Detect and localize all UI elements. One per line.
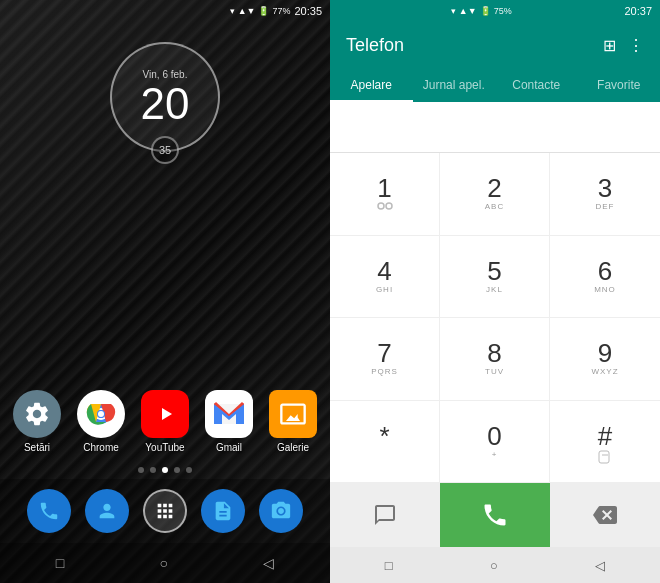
nav-recents-btn[interactable]: ◁ [251, 551, 286, 575]
dock-docs[interactable] [201, 489, 245, 533]
svg-point-4 [98, 411, 104, 417]
clock-time: 20:35 [294, 5, 322, 17]
phone-dialer: ▾ ▲▼ 🔋 75% 20:37 Telefon ⊞ ⋮ Apelare Jur… [330, 0, 660, 583]
key-2[interactable]: 2 ABC [440, 153, 550, 236]
app-icons-row: Setări Chrome [0, 382, 330, 461]
galerie-icon [269, 390, 317, 438]
signal-icon: ▲▼ [238, 6, 256, 16]
delete-button[interactable] [550, 483, 660, 547]
dialer-tabs: Apelare Jurnal apel. Contacte Favorite [330, 68, 660, 102]
dialer-actions [330, 483, 660, 547]
key-3[interactable]: 3 DEF [550, 153, 660, 236]
app-bar-icons: ⊞ ⋮ [603, 36, 644, 55]
clock-widget: Vin, 6 feb. 20 35 [0, 42, 330, 152]
key-1[interactable]: 1 [330, 153, 440, 236]
status-bar-left: ▾ ▲▼ 🔋 77% 20:35 [0, 0, 330, 22]
svg-point-9 [386, 203, 392, 209]
nav-circle-right[interactable]: ○ [478, 554, 510, 577]
key-8[interactable]: 8 TUV [440, 318, 550, 401]
dot-4[interactable] [174, 467, 180, 473]
sms-button[interactable] [330, 483, 440, 547]
youtube-icon [141, 390, 189, 438]
dot-2[interactable] [150, 467, 156, 473]
battery-percent: 77% [272, 6, 290, 16]
call-button[interactable] [440, 483, 550, 547]
key-star[interactable]: * [330, 401, 440, 484]
setari-label: Setări [24, 442, 50, 453]
wifi-icon: ▾ [230, 6, 235, 16]
tab-contacte[interactable]: Contacte [495, 68, 578, 102]
dock-camera[interactable] [259, 489, 303, 533]
app-icon-chrome[interactable]: Chrome [77, 390, 125, 453]
status-icons: ▾ ▲▼ 🔋 77% [230, 6, 291, 16]
key-7[interactable]: 7 PQRS [330, 318, 440, 401]
youtube-label: YouTube [145, 442, 184, 453]
battery-right: 🔋 [480, 6, 491, 16]
key-4[interactable]: 4 GHI [330, 236, 440, 319]
dock [0, 479, 330, 543]
dot-5[interactable] [186, 467, 192, 473]
clock-circle: Vin, 6 feb. 20 35 [110, 42, 220, 152]
tab-favorite[interactable]: Favorite [578, 68, 661, 102]
app-icon-gmail[interactable]: Gmail [205, 390, 253, 453]
keypad: 1 2 ABC 3 DEF 4 GHI 5 JKL 6 MNO 7 P [330, 152, 660, 483]
wifi-icon-right: ▾ [451, 6, 456, 16]
nav-home-btn[interactable]: □ [44, 551, 76, 575]
dot-3-active[interactable] [162, 467, 168, 473]
key-hash[interactable]: # [550, 401, 660, 484]
clock-time-right: 20:37 [624, 5, 652, 17]
key-9[interactable]: 9 WXYZ [550, 318, 660, 401]
clock-hour: 20 [141, 82, 190, 126]
svg-rect-10 [599, 451, 609, 463]
clock-minutes: 35 [151, 136, 179, 164]
page-dots [0, 461, 330, 479]
app-icon-setari[interactable]: Setări [13, 390, 61, 453]
signal-icon-right: ▲▼ [459, 6, 477, 16]
tab-jurnal[interactable]: Jurnal apel. [413, 68, 496, 102]
app-icon-youtube[interactable]: YouTube [141, 390, 189, 453]
battery-icon: 🔋 [258, 6, 269, 16]
app-title: Telefon [346, 35, 404, 56]
dot-1[interactable] [138, 467, 144, 473]
nav-triangle-right[interactable]: ◁ [583, 554, 617, 577]
clock-date: Vin, 6 feb. [143, 69, 188, 80]
tab-apelare[interactable]: Apelare [330, 68, 413, 102]
app-bar: Telefon ⊞ ⋮ [330, 22, 660, 68]
nav-bar-right: □ ○ ◁ [330, 547, 660, 583]
dialer-display [330, 102, 660, 152]
keypad-icon[interactable]: ⊞ [603, 36, 616, 55]
status-icons-right: ▾ ▲▼ 🔋 75% [451, 6, 512, 16]
overflow-menu-icon[interactable]: ⋮ [628, 36, 644, 55]
key-0[interactable]: 0 + [440, 401, 550, 484]
battery-pct-right: 75% [494, 6, 512, 16]
app-icon-galerie[interactable]: Galerie [269, 390, 317, 453]
home-screen: ▾ ▲▼ 🔋 77% 20:35 Vin, 6 feb. 20 35 Setăr… [0, 0, 330, 583]
galerie-label: Galerie [277, 442, 309, 453]
nav-bar-left: □ ○ ◁ [0, 543, 330, 583]
chrome-icon [77, 390, 125, 438]
dock-phone[interactable] [27, 489, 71, 533]
chrome-label: Chrome [83, 442, 119, 453]
key-6[interactable]: 6 MNO [550, 236, 660, 319]
dock-contacts[interactable] [85, 489, 129, 533]
svg-point-8 [378, 203, 384, 209]
gmail-icon [205, 390, 253, 438]
setari-icon [13, 390, 61, 438]
dock-apps[interactable] [143, 489, 187, 533]
status-bar-right: ▾ ▲▼ 🔋 75% 20:37 [330, 0, 660, 22]
nav-back-btn[interactable]: ○ [147, 551, 179, 575]
nav-square-right[interactable]: □ [373, 554, 405, 577]
gmail-label: Gmail [216, 442, 242, 453]
key-5[interactable]: 5 JKL [440, 236, 550, 319]
